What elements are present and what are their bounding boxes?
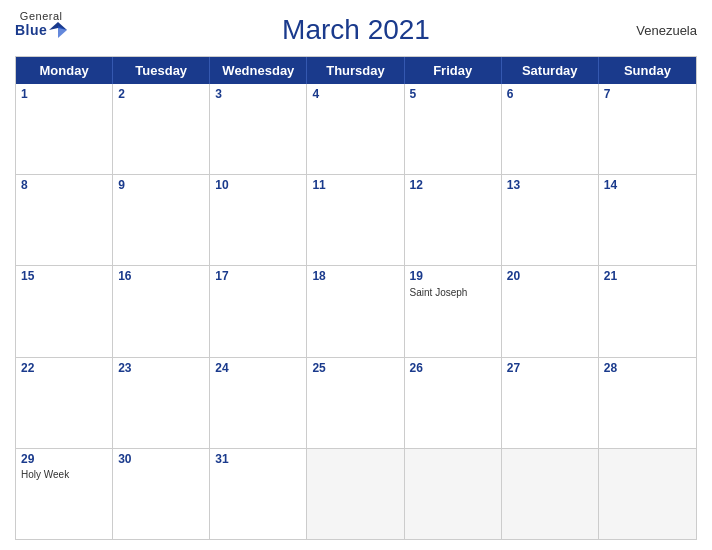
day-cell (405, 449, 502, 539)
logo: General Blue (15, 10, 67, 38)
day-number: 23 (118, 361, 204, 377)
day-number: 13 (507, 178, 593, 194)
day-number: 2 (118, 87, 204, 103)
country-label: Venezuela (636, 23, 697, 38)
day-cell: 9 (113, 175, 210, 265)
day-header-monday: Monday (16, 57, 113, 84)
calendar-title: March 2021 (282, 14, 430, 46)
day-number: 21 (604, 269, 691, 285)
day-number: 26 (410, 361, 496, 377)
day-cell: 26 (405, 358, 502, 448)
day-number: 19 (410, 269, 496, 285)
day-number: 7 (604, 87, 691, 103)
day-number: 29 (21, 452, 107, 468)
day-cell: 2 (113, 84, 210, 174)
day-number: 27 (507, 361, 593, 377)
day-number: 6 (507, 87, 593, 103)
day-cell: 1 (16, 84, 113, 174)
day-cell: 7 (599, 84, 696, 174)
week-row-5: 29Holy Week3031 (16, 449, 696, 539)
day-number: 20 (507, 269, 593, 285)
day-cell: 30 (113, 449, 210, 539)
calendar-header: General Blue March 2021 Venezuela (15, 10, 697, 50)
day-cell (599, 449, 696, 539)
day-cell: 31 (210, 449, 307, 539)
day-header-thursday: Thursday (307, 57, 404, 84)
day-number: 5 (410, 87, 496, 103)
day-cell: 14 (599, 175, 696, 265)
day-cell: 8 (16, 175, 113, 265)
day-cell: 5 (405, 84, 502, 174)
day-cell: 16 (113, 266, 210, 356)
day-cell: 25 (307, 358, 404, 448)
day-number: 8 (21, 178, 107, 194)
day-header-wednesday: Wednesday (210, 57, 307, 84)
page: General Blue March 2021 Venezuela Monday… (0, 0, 712, 550)
day-headers-row: MondayTuesdayWednesdayThursdayFridaySatu… (16, 57, 696, 84)
day-header-sunday: Sunday (599, 57, 696, 84)
day-cell: 27 (502, 358, 599, 448)
day-number: 18 (312, 269, 398, 285)
day-cell: 29Holy Week (16, 449, 113, 539)
day-number: 9 (118, 178, 204, 194)
day-number: 28 (604, 361, 691, 377)
week-row-3: 1516171819Saint Joseph2021 (16, 266, 696, 357)
day-cell: 4 (307, 84, 404, 174)
day-cell: 6 (502, 84, 599, 174)
day-cell: 23 (113, 358, 210, 448)
day-cell: 22 (16, 358, 113, 448)
day-cell: 20 (502, 266, 599, 356)
logo-blue-text: Blue (15, 23, 47, 37)
day-cell: 21 (599, 266, 696, 356)
day-number: 4 (312, 87, 398, 103)
day-event: Holy Week (21, 469, 107, 481)
day-cell: 19Saint Joseph (405, 266, 502, 356)
day-number: 15 (21, 269, 107, 285)
day-cell: 11 (307, 175, 404, 265)
day-number: 16 (118, 269, 204, 285)
day-cell: 13 (502, 175, 599, 265)
calendar-body: 12345678910111213141516171819Saint Josep… (16, 84, 696, 539)
day-number: 14 (604, 178, 691, 194)
day-cell: 17 (210, 266, 307, 356)
day-header-friday: Friday (405, 57, 502, 84)
day-number: 17 (215, 269, 301, 285)
day-cell: 24 (210, 358, 307, 448)
day-number: 10 (215, 178, 301, 194)
day-number: 1 (21, 87, 107, 103)
day-header-tuesday: Tuesday (113, 57, 210, 84)
day-number: 30 (118, 452, 204, 468)
day-cell: 12 (405, 175, 502, 265)
day-number: 11 (312, 178, 398, 194)
day-cell (307, 449, 404, 539)
week-row-4: 22232425262728 (16, 358, 696, 449)
day-number: 31 (215, 452, 301, 468)
day-cell: 3 (210, 84, 307, 174)
logo-general-text: General (20, 10, 63, 22)
logo-bird-icon (49, 22, 67, 38)
day-number: 25 (312, 361, 398, 377)
day-cell: 18 (307, 266, 404, 356)
day-number: 3 (215, 87, 301, 103)
calendar-grid: MondayTuesdayWednesdayThursdayFridaySatu… (15, 56, 697, 540)
day-cell (502, 449, 599, 539)
day-event: Saint Joseph (410, 287, 496, 299)
week-row-1: 1234567 (16, 84, 696, 175)
day-number: 24 (215, 361, 301, 377)
week-row-2: 891011121314 (16, 175, 696, 266)
day-number: 22 (21, 361, 107, 377)
day-cell: 15 (16, 266, 113, 356)
day-header-saturday: Saturday (502, 57, 599, 84)
day-cell: 28 (599, 358, 696, 448)
day-cell: 10 (210, 175, 307, 265)
day-number: 12 (410, 178, 496, 194)
